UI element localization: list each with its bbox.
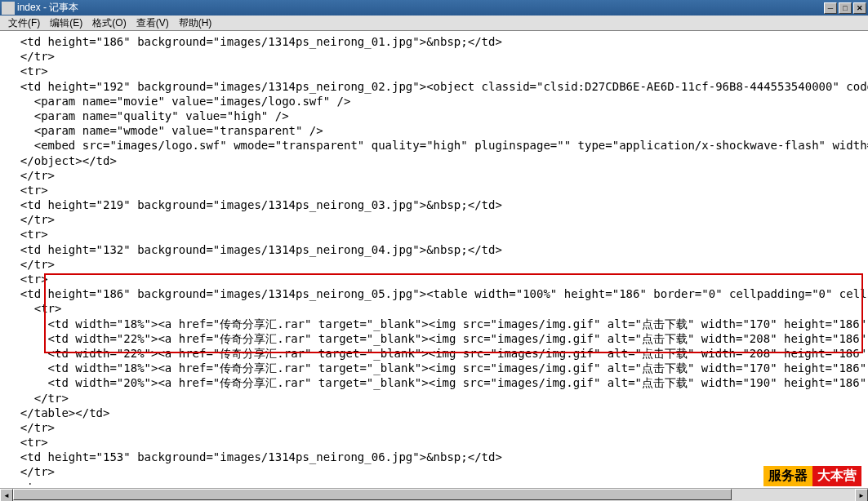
code-line: <param name="wmode" value="transparent" …: [7, 124, 323, 137]
scroll-right-arrow[interactable]: ►: [855, 489, 868, 501]
window-controls: ─ □ ✕: [822, 2, 866, 14]
code-line: </table></td>: [7, 406, 109, 419]
code-line: <td width="18%"><a href="传奇分享汇.rar" targ…: [7, 361, 868, 375]
code-line: <td height="192" background="images/1314…: [7, 80, 868, 93]
code-line: </object></td>: [7, 154, 117, 167]
close-button[interactable]: ✕: [853, 2, 866, 14]
code-line: <param name="quality" value="high" />: [7, 109, 289, 122]
code-line: <td width="22%"><a href="传奇分享汇.rar" targ…: [7, 347, 868, 360]
watermark: 服务器 大本营: [763, 466, 861, 486]
maximize-button[interactable]: □: [839, 2, 852, 14]
code-line: <td height="153" background="images/1314…: [7, 450, 502, 463]
code-line: <tr>: [7, 228, 48, 241]
menu-format[interactable]: 格式(O): [87, 16, 131, 31]
menu-file[interactable]: 文件(F): [3, 16, 45, 31]
menu-edit[interactable]: 编辑(E): [45, 16, 87, 31]
menu-help[interactable]: 帮助(H): [174, 16, 217, 31]
code-line: <td width="20%"><a href="传奇分享汇.rar" targ…: [7, 376, 868, 389]
code-line: <td height="132" background="images/1314…: [7, 243, 502, 256]
code-line: <td height="186" background="images/1314…: [7, 287, 868, 300]
window-title: index - 记事本: [17, 1, 822, 15]
horizontal-scrollbar[interactable]: ◄ ►: [0, 488, 868, 501]
code-line: </tr>: [7, 213, 55, 226]
code-line: <param name="movie" value="images/logo.s…: [7, 95, 350, 108]
code-line: <tr>: [7, 273, 48, 286]
code-line: <td width="18%"><a href="传奇分享汇.rar" targ…: [7, 317, 868, 330]
code-line: <tr>: [7, 184, 48, 197]
code-line: <tr>: [7, 64, 48, 78]
code-line: </tr>: [7, 258, 55, 271]
code-line: </tr>: [7, 465, 55, 478]
scroll-track[interactable]: [13, 489, 855, 501]
menu-view[interactable]: 查看(V): [131, 16, 174, 31]
scroll-left-arrow[interactable]: ◄: [0, 489, 13, 501]
menubar: 文件(F) 编辑(E) 格式(O) 查看(V) 帮助(H): [0, 16, 868, 31]
scroll-thumb[interactable]: [13, 489, 732, 500]
minimize-button[interactable]: ─: [824, 2, 837, 14]
code-line: <tr>: [7, 436, 48, 449]
code-line: <td height="186" background="images/1314…: [7, 35, 502, 48]
code-line: <embed src="images/logo.swf" wmode="tran…: [7, 139, 868, 152]
text-content[interactable]: <td height="186" background="images/1314…: [0, 31, 868, 485]
code-line: <td height="219" background="images/1314…: [7, 198, 502, 211]
watermark-right: 大本营: [812, 466, 861, 486]
titlebar: index - 记事本 ─ □ ✕: [0, 0, 868, 16]
code-line: </tr>: [7, 421, 55, 434]
code-line: <td width="22%"><a href="传奇分享汇.rar" targ…: [7, 332, 868, 345]
code-line: <tr>: [7, 481, 48, 485]
app-icon: [2, 2, 15, 15]
code-line: </tr>: [7, 50, 55, 63]
watermark-left: 服务器: [763, 466, 812, 486]
code-line: </tr>: [7, 392, 69, 405]
code-line: <tr>: [7, 302, 61, 315]
code-line: </tr>: [7, 169, 55, 182]
